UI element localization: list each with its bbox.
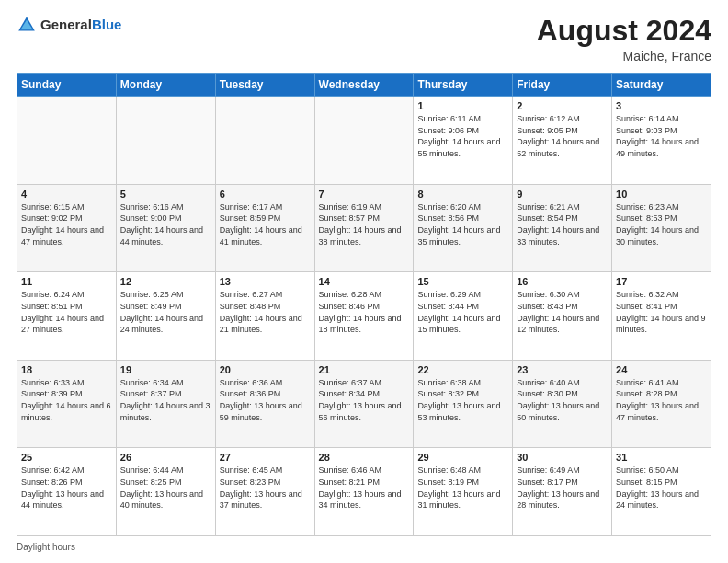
day-number: 26: [120, 452, 211, 463]
day-info: Sunrise: 6:12 AM Sunset: 9:05 PM Dayligh…: [517, 113, 608, 159]
calendar-cell: 23Sunrise: 6:40 AM Sunset: 8:30 PM Dayli…: [513, 360, 612, 448]
col-tuesday: Tuesday: [215, 74, 314, 97]
calendar-location: Maiche, France: [537, 49, 711, 63]
calendar-cell: 24Sunrise: 6:41 AM Sunset: 8:28 PM Dayli…: [612, 360, 711, 448]
day-number: 5: [120, 189, 211, 200]
calendar-cell: 26Sunrise: 6:44 AM Sunset: 8:25 PM Dayli…: [116, 448, 215, 536]
calendar-cell: 25Sunrise: 6:42 AM Sunset: 8:26 PM Dayli…: [17, 448, 117, 536]
day-info: Sunrise: 6:45 AM Sunset: 8:23 PM Dayligh…: [220, 465, 311, 511]
day-info: Sunrise: 6:50 AM Sunset: 8:15 PM Dayligh…: [616, 465, 707, 511]
day-info: Sunrise: 6:20 AM Sunset: 8:56 PM Dayligh…: [417, 201, 508, 247]
calendar-cell: 9Sunrise: 6:21 AM Sunset: 8:54 PM Daylig…: [513, 184, 612, 272]
day-info: Sunrise: 6:28 AM Sunset: 8:46 PM Dayligh…: [319, 289, 410, 335]
calendar-cell: 3Sunrise: 6:14 AM Sunset: 9:03 PM Daylig…: [612, 97, 711, 185]
calendar-week-2: 4Sunrise: 6:15 AM Sunset: 9:02 PM Daylig…: [17, 184, 711, 272]
calendar-cell: 21Sunrise: 6:37 AM Sunset: 8:34 PM Dayli…: [314, 360, 414, 448]
day-info: Sunrise: 6:21 AM Sunset: 8:54 PM Dayligh…: [517, 201, 608, 247]
day-info: Sunrise: 6:14 AM Sunset: 9:03 PM Dayligh…: [616, 113, 707, 159]
day-number: 4: [21, 189, 112, 200]
day-info: Sunrise: 6:17 AM Sunset: 8:59 PM Dayligh…: [220, 201, 311, 247]
col-thursday: Thursday: [414, 74, 513, 97]
day-number: 16: [517, 276, 608, 287]
day-number: 23: [517, 364, 608, 375]
day-number: 24: [616, 364, 707, 375]
day-info: Sunrise: 6:16 AM Sunset: 9:00 PM Dayligh…: [120, 201, 211, 247]
day-number: 9: [517, 189, 608, 200]
calendar-cell: 5Sunrise: 6:16 AM Sunset: 9:00 PM Daylig…: [116, 184, 215, 272]
footer-note: Daylight hours: [17, 542, 711, 552]
day-number: 1: [417, 100, 508, 111]
calendar-cell: 16Sunrise: 6:30 AM Sunset: 8:43 PM Dayli…: [513, 272, 612, 361]
calendar-cell: 30Sunrise: 6:49 AM Sunset: 8:17 PM Dayli…: [513, 448, 612, 536]
day-info: Sunrise: 6:30 AM Sunset: 8:43 PM Dayligh…: [517, 289, 608, 335]
calendar-cell: 12Sunrise: 6:25 AM Sunset: 8:49 PM Dayli…: [116, 272, 215, 361]
col-wednesday: Wednesday: [314, 74, 414, 97]
day-info: Sunrise: 6:32 AM Sunset: 8:41 PM Dayligh…: [616, 289, 707, 335]
day-number: 13: [220, 276, 311, 287]
day-info: Sunrise: 6:34 AM Sunset: 8:37 PM Dayligh…: [120, 377, 211, 423]
day-info: Sunrise: 6:33 AM Sunset: 8:39 PM Dayligh…: [21, 377, 112, 423]
calendar-cell: 14Sunrise: 6:28 AM Sunset: 8:46 PM Dayli…: [314, 272, 414, 361]
calendar-cell: [17, 97, 117, 185]
calendar-cell: 10Sunrise: 6:23 AM Sunset: 8:53 PM Dayli…: [612, 184, 711, 272]
calendar-cell: [116, 97, 215, 185]
calendar-title: August 2024: [537, 15, 711, 47]
col-sunday: Sunday: [17, 74, 117, 97]
day-number: 19: [120, 364, 211, 375]
col-friday: Friday: [513, 74, 612, 97]
day-info: Sunrise: 6:23 AM Sunset: 8:53 PM Dayligh…: [616, 201, 707, 247]
header: GeneralBlue August 2024 Maiche, France: [17, 15, 711, 63]
logo-icon: [17, 15, 37, 35]
day-number: 30: [517, 452, 608, 463]
day-info: Sunrise: 6:27 AM Sunset: 8:48 PM Dayligh…: [220, 289, 311, 335]
day-number: 20: [220, 364, 311, 375]
day-info: Sunrise: 6:40 AM Sunset: 8:30 PM Dayligh…: [517, 377, 608, 423]
day-number: 6: [220, 189, 311, 200]
calendar-cell: 18Sunrise: 6:33 AM Sunset: 8:39 PM Dayli…: [17, 360, 117, 448]
day-number: 17: [616, 276, 707, 287]
day-number: 27: [220, 452, 311, 463]
day-number: 11: [21, 276, 112, 287]
calendar-week-4: 18Sunrise: 6:33 AM Sunset: 8:39 PM Dayli…: [17, 360, 711, 448]
calendar-cell: 4Sunrise: 6:15 AM Sunset: 9:02 PM Daylig…: [17, 184, 117, 272]
logo: GeneralBlue: [17, 15, 121, 35]
calendar-cell: 20Sunrise: 6:36 AM Sunset: 8:36 PM Dayli…: [215, 360, 314, 448]
day-number: 29: [417, 452, 508, 463]
day-number: 28: [319, 452, 410, 463]
day-number: 3: [616, 100, 707, 111]
calendar-cell: 29Sunrise: 6:48 AM Sunset: 8:19 PM Dayli…: [414, 448, 513, 536]
day-number: 7: [319, 189, 410, 200]
day-number: 21: [319, 364, 410, 375]
day-number: 14: [319, 276, 410, 287]
daylight-label: Daylight hours: [17, 542, 75, 552]
title-block: August 2024 Maiche, France: [537, 15, 711, 63]
day-info: Sunrise: 6:38 AM Sunset: 8:32 PM Dayligh…: [417, 377, 508, 423]
calendar-cell: 8Sunrise: 6:20 AM Sunset: 8:56 PM Daylig…: [414, 184, 513, 272]
col-saturday: Saturday: [612, 74, 711, 97]
calendar-cell: 19Sunrise: 6:34 AM Sunset: 8:37 PM Dayli…: [116, 360, 215, 448]
calendar-cell: 6Sunrise: 6:17 AM Sunset: 8:59 PM Daylig…: [215, 184, 314, 272]
day-info: Sunrise: 6:29 AM Sunset: 8:44 PM Dayligh…: [417, 289, 508, 335]
day-info: Sunrise: 6:41 AM Sunset: 8:28 PM Dayligh…: [616, 377, 707, 423]
day-number: 8: [417, 189, 508, 200]
day-number: 25: [21, 452, 112, 463]
day-number: 10: [616, 189, 707, 200]
day-number: 22: [417, 364, 508, 375]
calendar-cell: 17Sunrise: 6:32 AM Sunset: 8:41 PM Dayli…: [612, 272, 711, 361]
col-monday: Monday: [116, 74, 215, 97]
logo-blue: Blue: [92, 17, 122, 32]
day-number: 15: [417, 276, 508, 287]
calendar-cell: 22Sunrise: 6:38 AM Sunset: 8:32 PM Dayli…: [414, 360, 513, 448]
calendar-week-3: 11Sunrise: 6:24 AM Sunset: 8:51 PM Dayli…: [17, 272, 711, 361]
day-info: Sunrise: 6:11 AM Sunset: 9:06 PM Dayligh…: [417, 113, 508, 159]
day-info: Sunrise: 6:44 AM Sunset: 8:25 PM Dayligh…: [120, 465, 211, 511]
day-info: Sunrise: 6:49 AM Sunset: 8:17 PM Dayligh…: [517, 465, 608, 511]
day-info: Sunrise: 6:25 AM Sunset: 8:49 PM Dayligh…: [120, 289, 211, 335]
calendar-header-row: Sunday Monday Tuesday Wednesday Thursday…: [17, 74, 711, 97]
calendar-week-5: 25Sunrise: 6:42 AM Sunset: 8:26 PM Dayli…: [17, 448, 711, 536]
day-number: 12: [120, 276, 211, 287]
day-info: Sunrise: 6:42 AM Sunset: 8:26 PM Dayligh…: [21, 465, 112, 511]
logo-text: GeneralBlue: [40, 17, 121, 33]
day-number: 31: [616, 452, 707, 463]
calendar-cell: 13Sunrise: 6:27 AM Sunset: 8:48 PM Dayli…: [215, 272, 314, 361]
